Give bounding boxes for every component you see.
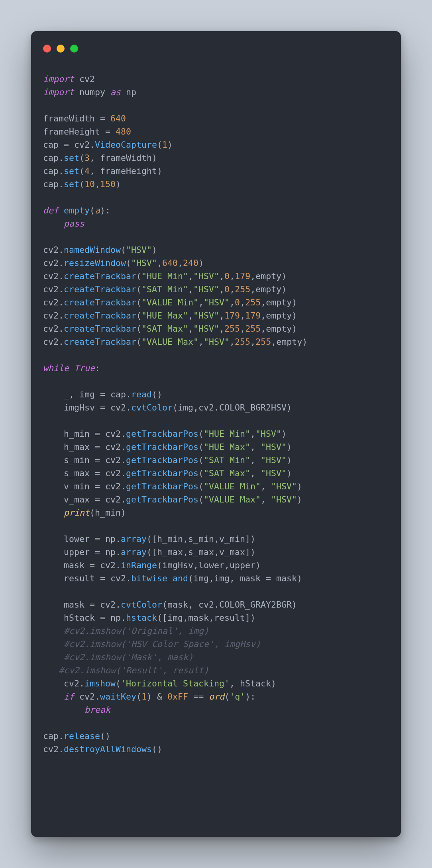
fn-gettrackbarpos: getTrackbarPos bbox=[126, 442, 198, 452]
expr: cv2. bbox=[43, 311, 64, 321]
str-hsv: "HSV" bbox=[261, 468, 287, 478]
args: , hStack) bbox=[230, 678, 276, 688]
num-255: 255 bbox=[235, 337, 250, 347]
op: == bbox=[188, 692, 209, 702]
indent bbox=[43, 508, 64, 518]
num-179: 179 bbox=[235, 271, 250, 281]
kw-import: import bbox=[43, 74, 74, 84]
fn-createtrackbar: createTrackbar bbox=[64, 311, 136, 321]
args: (img,cv2.COLOR_BGR2HSV) bbox=[173, 403, 292, 412]
paren: ( bbox=[136, 692, 141, 702]
paren: ( bbox=[136, 324, 141, 334]
comma: , bbox=[188, 311, 193, 321]
window-traffic-lights bbox=[43, 45, 78, 53]
space bbox=[69, 363, 74, 373]
kw-true: True bbox=[74, 363, 95, 373]
expr: imgHsv = cv2. bbox=[64, 403, 131, 412]
paren: ( bbox=[136, 337, 141, 347]
comma: , bbox=[188, 284, 193, 294]
fn-createtrackbar: createTrackbar bbox=[64, 271, 136, 281]
indent bbox=[43, 495, 64, 504]
fn-resizewindow: resizeWindow bbox=[64, 258, 126, 268]
expr: v_max = cv2. bbox=[64, 495, 126, 504]
fn-array: array bbox=[121, 534, 147, 544]
fn-gettrackbarpos: getTrackbarPos bbox=[126, 495, 198, 504]
kw-as: as bbox=[110, 87, 121, 97]
fn-empty: empty bbox=[64, 205, 90, 215]
expr: cap. bbox=[43, 166, 64, 176]
paren: ( bbox=[136, 311, 141, 321]
comma: , bbox=[250, 429, 255, 439]
paren: () bbox=[152, 744, 162, 754]
expr: v_min = cv2. bbox=[64, 481, 126, 491]
fn-set: set bbox=[64, 179, 79, 189]
comma: , bbox=[95, 179, 100, 189]
fn-gettrackbarpos: getTrackbarPos bbox=[126, 455, 198, 465]
fn-waitkey: waitKey bbox=[100, 692, 136, 702]
str-hsv: "HSV" bbox=[193, 271, 219, 281]
comma: , bbox=[230, 271, 235, 281]
paren: ( bbox=[198, 429, 204, 439]
kw-def: def bbox=[43, 205, 59, 215]
expr: cv2. bbox=[43, 258, 64, 268]
indent bbox=[43, 547, 64, 557]
fn-videocapture: VideoCapture bbox=[95, 140, 157, 150]
kw-import: import bbox=[43, 87, 74, 97]
args: (img,img, mask = mask) bbox=[188, 573, 302, 583]
str-value-min: "VALUE Min" bbox=[141, 297, 198, 307]
expr: mask = cv2. bbox=[64, 600, 121, 610]
indent bbox=[43, 613, 64, 623]
str-hsv: "HSV" bbox=[193, 311, 219, 321]
paren: ( bbox=[79, 153, 84, 163]
str-hue-min: "HUE Min" bbox=[141, 271, 188, 281]
comma: , bbox=[261, 481, 271, 491]
mod-numpy: numpy bbox=[74, 87, 110, 97]
comma: , bbox=[219, 271, 224, 281]
num-10: 10 bbox=[84, 179, 95, 189]
num-0: 0 bbox=[235, 297, 240, 307]
code-window: import cv2 import numpy as np frameWidth… bbox=[31, 31, 401, 837]
fn-cvtcolor: cvtColor bbox=[131, 403, 173, 412]
num-0xff: 0xFF bbox=[167, 692, 188, 702]
fn-inrange: inRange bbox=[121, 560, 157, 570]
expr: cv2. bbox=[43, 271, 64, 281]
str-sat-min: "SAT Min" bbox=[141, 284, 188, 294]
kw-break: break bbox=[84, 705, 110, 715]
maximize-icon[interactable] bbox=[70, 45, 78, 53]
param-a: a bbox=[95, 205, 100, 215]
num-255: 255 bbox=[224, 324, 240, 334]
paren: ) bbox=[297, 481, 302, 491]
indent bbox=[43, 455, 64, 465]
expr: cap. bbox=[43, 731, 64, 741]
str-sat-max: "SAT Max" bbox=[204, 468, 250, 478]
comma: , bbox=[250, 455, 261, 465]
indent bbox=[43, 534, 64, 544]
comment: #cv2.imshow('HSV Color Space', imgHsv) bbox=[43, 639, 261, 649]
paren: ) bbox=[167, 140, 173, 150]
expr: cv2. bbox=[43, 284, 64, 294]
str-hsv: "HSV" bbox=[131, 258, 157, 268]
paren: ( bbox=[198, 468, 204, 478]
close-icon[interactable] bbox=[43, 45, 51, 53]
indent bbox=[43, 403, 64, 412]
num-0: 0 bbox=[224, 284, 230, 294]
alias-np: np bbox=[121, 87, 136, 97]
comma: , bbox=[240, 311, 245, 321]
args: (imgHsv,lower,upper) bbox=[157, 560, 261, 570]
paren: ( bbox=[198, 495, 204, 504]
str-hue-max: "HUE Max" bbox=[141, 311, 188, 321]
expr: cv2. bbox=[43, 297, 64, 307]
expr: result = cv2. bbox=[64, 573, 131, 583]
expr: h_min = cv2. bbox=[64, 429, 126, 439]
paren: ) bbox=[297, 495, 302, 504]
fn-release: release bbox=[64, 731, 100, 741]
comment: #cv2.imshow('Result', result) bbox=[43, 665, 209, 675]
minimize-icon[interactable] bbox=[57, 45, 65, 53]
paren: ) bbox=[152, 245, 157, 255]
expr: cv2. bbox=[74, 692, 100, 702]
mod-cv2: cv2 bbox=[74, 74, 95, 84]
args: ,empty) bbox=[261, 311, 297, 321]
comma: , bbox=[230, 284, 235, 294]
comma: , bbox=[219, 311, 224, 321]
args: ,empty) bbox=[261, 324, 297, 334]
